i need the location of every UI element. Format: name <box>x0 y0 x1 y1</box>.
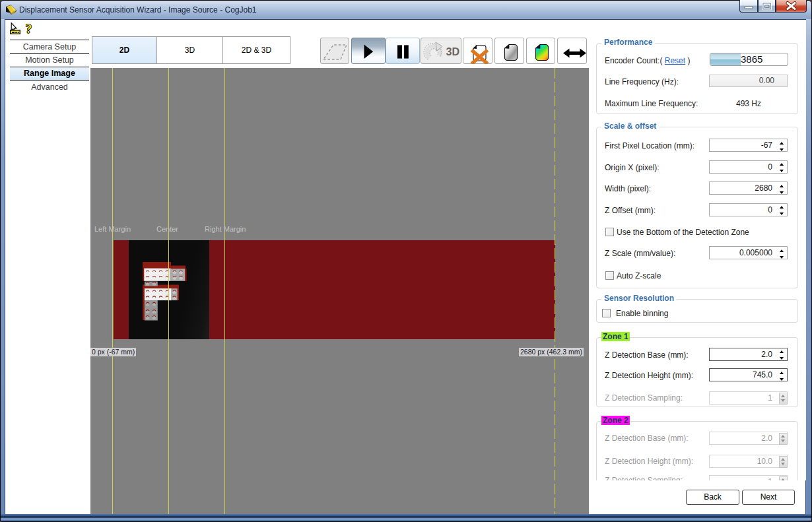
svg-text:3D: 3D <box>446 46 459 57</box>
svg-text:?: ? <box>26 22 32 35</box>
